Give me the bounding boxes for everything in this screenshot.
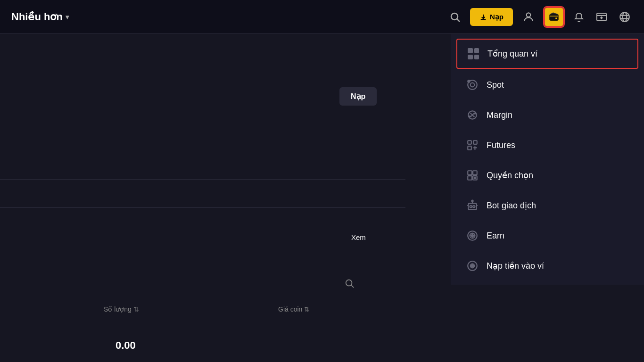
divider-2 — [0, 207, 405, 208]
svg-rect-18 — [468, 140, 471, 144]
svg-rect-23 — [468, 176, 472, 180]
bell-icon[interactable] — [571, 9, 586, 25]
svg-line-1 — [457, 19, 460, 22]
dropdown-item-futures[interactable]: Futures — [451, 130, 644, 160]
zero-value: 0.00 — [116, 339, 136, 352]
svg-rect-22 — [473, 171, 477, 175]
svg-point-3 — [527, 13, 531, 17]
deposit-icon — [466, 259, 479, 272]
svg-point-13 — [471, 83, 475, 87]
wallet-dropdown-menu: Tổng quan ví Spot Margin — [451, 34, 644, 285]
tong-quan-vi-label: Tổng quan ví — [487, 49, 537, 59]
nap-button[interactable]: Nạp — [470, 8, 513, 26]
svg-point-17 — [474, 113, 476, 115]
quyen-chon-label: Quyền chọn — [487, 170, 533, 181]
svg-point-14 — [468, 80, 470, 82]
svg-rect-19 — [473, 140, 477, 144]
main-content — [0, 34, 405, 362]
grid-icon — [467, 47, 480, 60]
dropdown-item-tong-quan-vi[interactable]: Tổng quan ví — [457, 40, 637, 68]
divider-1 — [0, 179, 405, 180]
svg-point-27 — [473, 206, 475, 207]
svg-point-16 — [469, 115, 471, 117]
brand-chevron: ▾ — [66, 13, 69, 21]
svg-point-8 — [623, 12, 627, 22]
spot-label: Spot — [487, 80, 504, 90]
nap-tien-label: Nạp tiền vào ví — [487, 261, 544, 271]
svg-rect-5 — [555, 17, 558, 19]
brand-text: Nhiều hơn — [11, 11, 63, 23]
futures-icon — [466, 139, 479, 152]
globe-icon[interactable] — [617, 9, 633, 25]
svg-point-7 — [620, 12, 629, 22]
svg-point-34 — [471, 265, 473, 267]
svg-point-11 — [346, 280, 352, 286]
svg-line-12 — [351, 285, 354, 288]
search-icon[interactable] — [447, 9, 462, 25]
dropdown-item-nap-tien[interactable]: Nạp tiền vào ví — [451, 251, 644, 281]
spot-icon — [466, 78, 479, 91]
dropdown-item-bot-giao-dich[interactable]: Bot giao dịch — [451, 190, 644, 221]
svg-point-28 — [471, 200, 473, 202]
svg-point-0 — [451, 13, 458, 20]
header: Nhiều hơn ▾ Nạp — [0, 0, 644, 34]
dropdown-item-margin[interactable]: Margin — [451, 100, 644, 130]
earn-label: Earn — [487, 231, 504, 241]
so-luong-header: Số lượng ⇅ — [104, 305, 139, 313]
active-item-border: Tổng quan ví — [456, 39, 638, 69]
options-icon — [466, 169, 479, 182]
margin-icon — [466, 108, 479, 122]
header-left: Nhiều hơn ▾ — [11, 11, 69, 23]
nap-button-label: Nạp — [490, 13, 504, 21]
xem-label: Xem — [351, 233, 366, 241]
bot-icon — [466, 199, 479, 212]
dropdown-item-earn[interactable]: Earn — [451, 221, 644, 251]
nap-table-button[interactable]: Nạp — [339, 87, 377, 106]
wallet-icon[interactable] — [544, 7, 564, 27]
earn-icon — [466, 229, 479, 242]
header-right: Nạp — [447, 7, 633, 27]
bot-giao-dich-label: Bot giao dịch — [487, 200, 536, 211]
svg-rect-21 — [468, 171, 472, 175]
dropdown-item-quyen-chon[interactable]: Quyền chọn — [451, 160, 644, 190]
svg-point-31 — [471, 235, 473, 237]
gia-coin-header: Giá coin ⇅ — [278, 305, 310, 313]
search-small-icon[interactable] — [344, 278, 355, 291]
brand-title[interactable]: Nhiều hơn ▾ — [11, 11, 69, 23]
svg-rect-20 — [468, 146, 471, 150]
transfer-icon[interactable] — [594, 9, 609, 25]
svg-point-26 — [470, 206, 472, 207]
futures-label: Futures — [487, 140, 515, 150]
user-icon[interactable] — [520, 9, 537, 25]
margin-label: Margin — [487, 110, 512, 120]
dropdown-item-spot[interactable]: Spot — [451, 70, 644, 100]
